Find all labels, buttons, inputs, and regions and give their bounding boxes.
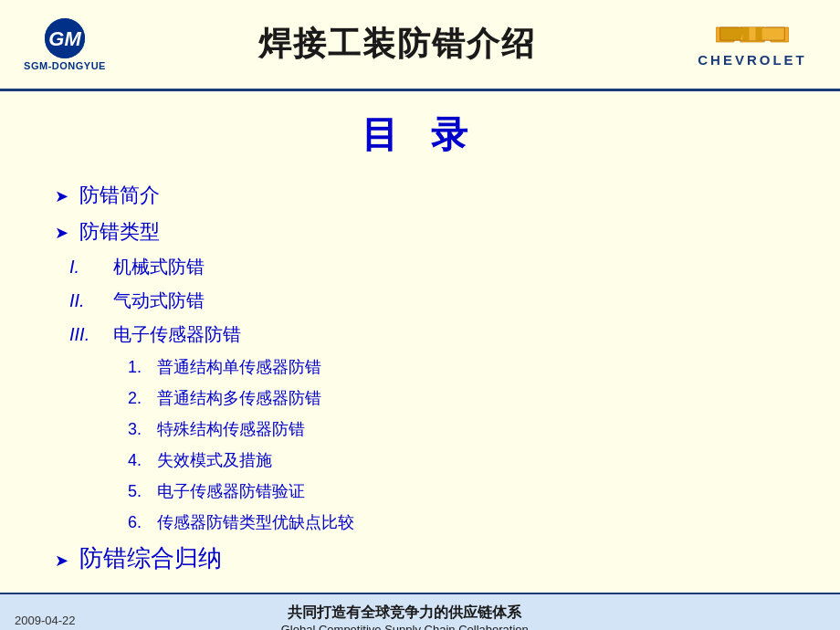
toc-list: 防错简介 防错类型 I. 机械式防错 II. 气动式防错 III. 电子传感器防…	[55, 182, 785, 574]
toc-item-1-text: 防错简介	[79, 182, 160, 209]
roman-num-2: II.	[69, 290, 106, 311]
toc-item-last: 防错综合归纳	[55, 542, 785, 574]
toc-item-4-text: 气动式防错	[113, 289, 205, 313]
toc-sub-3-text: 特殊结构传感器防错	[157, 418, 305, 440]
toc-item-4: II. 气动式防错	[55, 289, 785, 313]
toc-item-2-text: 防错类型	[79, 218, 160, 246]
sub-num-3: 3.	[128, 420, 150, 439]
footer-date: 2009-04-22	[15, 614, 76, 627]
gm-circle-icon: GM	[45, 18, 85, 58]
sub-num-5: 5.	[128, 482, 150, 501]
footer-text: 共同打造有全球竞争力的供应链体系 Global Competitive Supp…	[76, 604, 735, 630]
roman-num-1: I.	[69, 257, 106, 278]
toc-item-5: III. 电子传感器防错	[55, 322, 785, 347]
sgm-text: SGM-DONGYUE	[24, 60, 106, 71]
svg-text:GM: GM	[48, 27, 81, 50]
chevrolet-logo: CHEVROLET	[679, 21, 825, 68]
toc-item-2: 防错类型	[55, 218, 785, 246]
toc-item-1: 防错简介	[55, 182, 785, 209]
toc-item-5-text: 电子传感器防错	[113, 322, 241, 347]
bowtie-icon	[716, 21, 789, 48]
toc-item-3: I. 机械式防错	[55, 255, 785, 279]
slide: GM SGM-DONGYUE 焊接工装防错介绍	[0, 0, 840, 630]
footer: 2009-04-22 共同打造有全球竞争力的供应链体系 Global Compe…	[0, 593, 840, 630]
toc-sub-6: 6. 传感器防错类型优缺点比较	[55, 511, 785, 533]
sub-num-6: 6.	[128, 513, 150, 532]
header: GM SGM-DONGYUE 焊接工装防错介绍	[0, 0, 840, 91]
toc-sub-4-text: 失效模式及措施	[157, 449, 272, 471]
toc-sub-5: 5. 电子传感器防错验证	[55, 480, 785, 502]
toc-sub-2-text: 普通结构多传感器防错	[157, 387, 321, 409]
toc-item-3-text: 机械式防错	[113, 255, 205, 279]
roman-num-3: III.	[69, 324, 106, 345]
footer-line1: 共同打造有全球竞争力的供应链体系	[76, 604, 735, 623]
toc-sub-5-text: 电子传感器防错验证	[157, 480, 305, 502]
chevrolet-label: CHEVROLET	[698, 52, 807, 68]
main-content: 目 录 防错简介 防错类型 I. 机械式防错 II. 气动式防错 III. 电子…	[0, 91, 840, 593]
sgm-logo: GM SGM-DONGYUE	[15, 13, 115, 77]
toc-sub-1: 1. 普通结构单传感器防错	[55, 356, 785, 378]
toc-sub-3: 3. 特殊结构传感器防错	[55, 418, 785, 440]
sub-num-1: 1.	[128, 358, 150, 377]
footer-line2: Global Competitive Supply Chain Collabor…	[76, 623, 735, 630]
toc-title: 目 录	[55, 110, 785, 160]
toc-item-last-text: 防错综合归纳	[79, 542, 222, 574]
sub-num-4: 4.	[128, 451, 150, 470]
header-title: 焊接工装防错介绍	[115, 22, 679, 67]
toc-sub-6-text: 传感器防错类型优缺点比较	[157, 511, 354, 533]
toc-sub-1-text: 普通结构单传感器防错	[157, 356, 321, 378]
sub-num-2: 2.	[128, 389, 150, 408]
toc-sub-4: 4. 失效模式及措施	[55, 449, 785, 471]
toc-sub-2: 2. 普通结构多传感器防错	[55, 387, 785, 409]
